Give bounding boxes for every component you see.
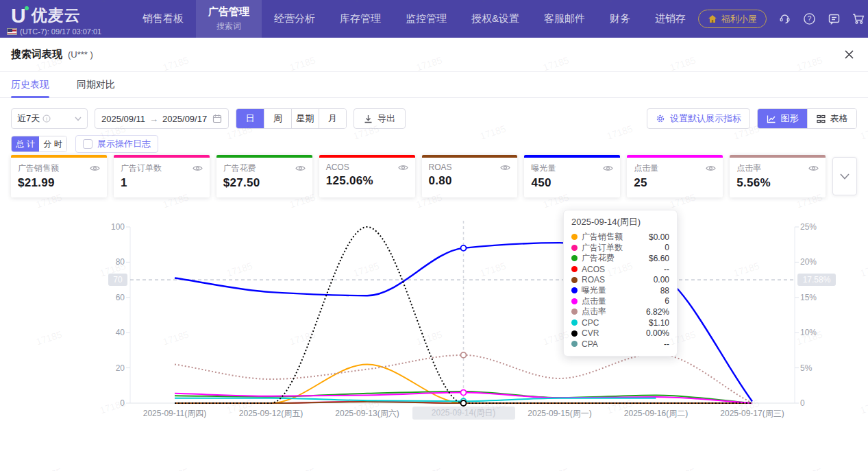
show-operation-log-checkbox[interactable]: 展示操作日志 [75, 135, 158, 153]
granularity-option[interactable]: 月 [319, 109, 346, 128]
main-nav: 销售看板 广告管理 搜索词 经营分析 库存管理 监控管理 授权&设置 [130, 0, 698, 38]
page-title-suffix: (U*** ) [68, 49, 93, 60]
set-default-metrics-button[interactable]: 设置默认展示指标 [647, 108, 750, 129]
eye-icon[interactable] [295, 165, 306, 172]
series-value: -- [664, 265, 669, 274]
x-axis-label: 2025-09-16(周二) [605, 408, 708, 420]
watermark-text: 17185 [161, 466, 190, 471]
series-name: 点击量 [582, 295, 606, 307]
series-value: 0.00% [646, 328, 669, 338]
export-button[interactable]: 导出 [354, 108, 406, 129]
series-dot [571, 255, 578, 261]
timezone-text: (UTC-7): 09/17 03:07:01 [20, 27, 101, 36]
date-range-input[interactable]: 2025/09/11 → 2025/09/17 [95, 108, 229, 129]
refline-left-badge: 70 [108, 274, 127, 286]
axis-tick-label: 0 [800, 398, 839, 408]
chevron-down-icon [75, 117, 82, 121]
nav-item[interactable]: 广告管理 搜索词 [196, 0, 262, 38]
hover-marker [461, 245, 467, 251]
tab[interactable]: 历史表现 [11, 72, 49, 97]
series-value: $0.00 [649, 232, 669, 242]
eye-icon[interactable] [90, 165, 100, 172]
metric-value: $27.50 [216, 174, 312, 190]
page: U 优麦云 (UTC-7): 09/17 03:07:01 销售看板 广告管理 … [0, 0, 868, 471]
watermark-text: 17185 [288, 466, 317, 471]
nav-item[interactable]: 客服邮件 [532, 0, 597, 38]
nav-item-label: 销售看板 [142, 12, 184, 25]
chart-tooltip: 2025-09-14(周日) 广告销售额 $0.00 广告订单数 0 广告花费 … [563, 210, 678, 357]
tooltip-row: 点击率 6.82% [571, 306, 669, 317]
feedback-icon[interactable] [827, 12, 841, 26]
series-line [175, 398, 656, 401]
series-dot [571, 266, 578, 272]
series-value: 6.82% [646, 307, 669, 317]
metric-label: 点击量 [634, 162, 658, 174]
granularity-option[interactable]: 周 [264, 109, 291, 128]
expand-cards-button[interactable] [832, 157, 857, 195]
eye-icon[interactable] [706, 165, 716, 172]
eye-icon[interactable] [398, 164, 408, 171]
nav-item[interactable]: 监控管理 [393, 0, 459, 38]
tooltip-row: 广告花费 $6.60 [571, 253, 669, 264]
tab-label: 同期对比 [77, 79, 115, 91]
tooltip-row: CVR 0.00% [571, 328, 669, 339]
metric-label: 广告订单数 [121, 162, 162, 174]
nav-item-label: 库存管理 [340, 12, 381, 25]
help-icon[interactable]: ? [802, 12, 816, 26]
nav-item[interactable]: 财务 [597, 0, 643, 38]
panel-header: 搜索词表现 (U*** ) [0, 38, 868, 72]
granularity-option[interactable]: 日 [236, 109, 264, 128]
cart-icon[interactable] [852, 12, 865, 26]
close-icon[interactable] [844, 49, 854, 60]
nav-item[interactable]: 进销存 [643, 0, 698, 38]
nav-item[interactable]: 库存管理 [327, 0, 393, 38]
eye-icon[interactable] [193, 165, 203, 172]
welfare-house-button[interactable]: 福利小屋 [698, 10, 767, 28]
metric-card: 广告花费 $27.50 [216, 155, 312, 197]
svg-text:i: i [46, 116, 47, 122]
axis-tick-label: 60 [100, 293, 125, 302]
x-axis-label: 2025-09-14(周日) [412, 407, 515, 420]
logo-letter: U [11, 4, 26, 27]
checkbox[interactable] [83, 139, 92, 149]
top-nav-bar: U 优麦云 (UTC-7): 09/17 03:07:01 销售看板 广告管理 … [0, 0, 868, 38]
view-toggle: 图形 表格 [757, 108, 857, 129]
chart-view-button[interactable]: 图形 [758, 109, 807, 128]
axis-tick-label: 20 [100, 363, 125, 373]
export-label: 导出 [377, 112, 395, 125]
eye-icon[interactable] [603, 165, 613, 172]
tooltip-row: ROAS 0.00 [571, 274, 669, 285]
range-arrow: → [149, 114, 158, 124]
table-view-button[interactable]: 表格 [807, 109, 856, 128]
series-value: 88 [660, 286, 669, 295]
metric-label: 广告花费 [223, 162, 256, 174]
eye-icon[interactable] [500, 164, 510, 171]
nav-item-label: 进销存 [655, 12, 686, 25]
refline-right-badge: 17.58% [797, 274, 836, 286]
eye-icon[interactable] [808, 165, 819, 172]
chart-canvas[interactable] [0, 215, 868, 421]
line-chart[interactable]: 70 17.58% 2025-09-14(周日) 广告销售额 $0.00 广告订… [0, 215, 868, 435]
nav-item[interactable]: 授权&设置 [459, 0, 532, 38]
date-range-preset-select[interactable]: 近7天 i [11, 108, 88, 129]
total-toggle[interactable]: 总 计 [12, 136, 39, 152]
x-axis-label: 2025-09-13(周六) [316, 408, 419, 420]
nav-item[interactable]: 销售看板 [130, 0, 196, 38]
hover-marker [461, 400, 467, 406]
toolbar-right: 设置默认展示指标 图形 表格 [647, 108, 857, 129]
logo-dot [25, 6, 29, 10]
series-name: 广告花费 [582, 252, 615, 264]
start-date: 2025/09/11 [101, 114, 145, 124]
tab[interactable]: 同期对比 [77, 72, 115, 97]
nav-item[interactable]: 经营分析 [262, 0, 327, 38]
hourly-toggle[interactable]: 分 时 [39, 136, 66, 152]
series-value: 0.00 [654, 275, 669, 285]
metric-value: 5.56% [730, 174, 826, 190]
granularity-option[interactable]: 星期 [291, 109, 319, 128]
series-dot [571, 234, 578, 240]
customer-service-icon[interactable] [778, 12, 791, 26]
metric-label: ACOS [326, 162, 349, 172]
series-dot [571, 245, 578, 251]
brand-block: U 优麦云 (UTC-7): 09/17 03:07:01 [0, 0, 130, 38]
app-logo-icon: U [11, 5, 26, 26]
